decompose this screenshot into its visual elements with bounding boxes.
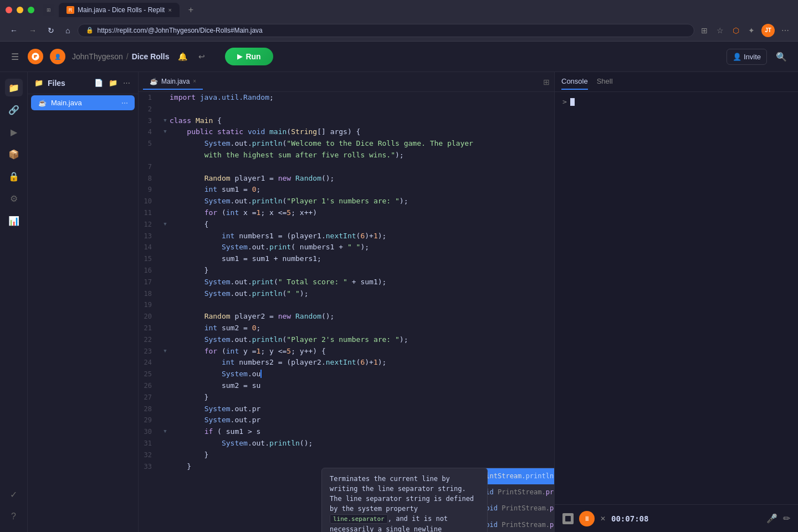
editor-layout-btn[interactable]: ⊞ — [543, 78, 550, 86]
sidebar-settings-icon[interactable]: ⚙ — [5, 190, 23, 207]
sidebar-help-icon[interactable]: ? — [5, 508, 23, 525]
microphone-btn[interactable]: 🎤 — [766, 513, 777, 524]
console-tabs: Console Shell — [555, 72, 798, 92]
replit-logo[interactable] — [28, 49, 43, 64]
browser-chrome: ⊞ R Main.java - Dice Rolls - Replit × + — [0, 0, 798, 19]
pause-button[interactable]: ⏸ — [579, 511, 595, 526]
code-line-3: 3 ▼ class Main { — [139, 115, 554, 127]
run-button[interactable]: ▶ Run — [225, 48, 273, 65]
code-line-28: 28 System.out.pr — [139, 403, 554, 415]
hamburger-btn[interactable]: ☰ — [9, 49, 21, 64]
code-line-2: 2 — [139, 104, 554, 115]
console-cursor — [570, 98, 575, 106]
tab-favicon: R — [66, 6, 74, 14]
browser-tab[interactable]: R Main.java - Dice Rolls - Replit × — [59, 3, 180, 17]
extensions-icon[interactable]: ⊞ — [699, 24, 710, 37]
code-line-15: 15 sum1 = sum1 + numbers1; — [139, 253, 554, 265]
address-bar[interactable]: 🔒 https://replit.com/@JohnThygeson/Dice-… — [78, 24, 694, 37]
file-panel: 📁 Files 📄 📁 ⋯ ☕ Main.java ⋯ — [28, 72, 139, 532]
editor-tab-main[interactable]: ☕ Main.java × — [143, 74, 203, 90]
sidebar-icons: 📁 🔗 ▶ 📦 🔒 ⚙ 📊 ✓ ? — [0, 72, 28, 532]
code-line-24: 24 int numbers2 = (player2.nextInt(6)+1)… — [139, 357, 554, 369]
stop-button[interactable] — [562, 513, 574, 524]
browser-navbar: ← → ↻ ⌂ 🔒 https://replit.com/@JohnThyges… — [0, 19, 798, 42]
code-line-4: 4 ▼ public static void main(String[] arg… — [139, 126, 554, 138]
replit-icon[interactable]: ⬡ — [730, 24, 741, 37]
code-editor[interactable]: 1 import java.util.Random; 2 3 ▼ class M… — [139, 92, 554, 532]
refresh-btn[interactable]: ↻ — [44, 24, 58, 37]
tab-close-btn[interactable]: × — [168, 7, 171, 13]
lock-icon: 🔒 — [86, 27, 94, 34]
editor-tabs: ☕ Main.java × ⊞ — [139, 72, 554, 92]
run-timer: 00:07:08 — [611, 514, 648, 523]
back-btn[interactable]: ← — [7, 24, 21, 37]
sidebar-secrets-icon[interactable]: 🔒 — [5, 167, 23, 185]
code-line-9: 9 int sum1 = 0; — [139, 184, 554, 196]
code-line-18: 18 System.out.println(" "); — [139, 288, 554, 300]
code-line-25: 25 System.ou — [139, 369, 554, 380]
user-avatar[interactable]: JT — [761, 24, 775, 37]
tab-close-icon[interactable]: × — [193, 78, 196, 84]
file-menu-btn[interactable]: ⋯ — [122, 78, 131, 88]
run-label: Run — [245, 52, 260, 61]
stop-icon — [565, 516, 571, 521]
breadcrumb-separator: / — [126, 52, 129, 61]
file-item-menu-btn[interactable]: ⋯ — [121, 99, 128, 107]
code-line-29: 29 System.out.pr — [139, 415, 554, 426]
notifications-btn[interactable]: 🔔 — [176, 50, 190, 63]
close-run-btn[interactable]: ✕ — [600, 515, 606, 523]
invite-button[interactable]: 👤 Invite — [727, 49, 767, 65]
forward-btn[interactable]: → — [25, 24, 40, 37]
code-line-11: 11 for (int x =1; x <=5; x++) — [139, 207, 554, 219]
new-file-btn[interactable]: 📄 — [93, 78, 104, 88]
star-icon[interactable]: ☆ — [714, 24, 726, 37]
edit-btn[interactable]: ✏ — [783, 513, 790, 524]
more-icon[interactable]: ⋯ — [779, 24, 791, 37]
code-line-32: 32 } — [139, 449, 554, 461]
sidebar-db-icon[interactable]: 📊 — [5, 212, 23, 229]
home-btn[interactable]: ⌂ — [62, 24, 73, 37]
console-body: > — [555, 92, 798, 504]
code-line-7: 7 — [139, 161, 554, 173]
code-line-19: 19 — [139, 299, 554, 311]
invite-icon: 👤 — [733, 53, 741, 61]
copilot-icon[interactable]: ✦ — [746, 24, 757, 37]
breadcrumb: JohnThygeson / Dice Rolls — [72, 52, 169, 61]
console-panel: Console Shell > ⏸ ✕ 00:07:08 🎤 ✏ — [554, 72, 798, 532]
sidebar-run-icon[interactable]: ▶ — [5, 123, 23, 141]
file-item-name: Main.java — [51, 99, 82, 107]
console-tab-console[interactable]: Console — [561, 74, 588, 90]
new-folder-btn[interactable]: 📁 — [108, 78, 119, 88]
file-panel-title: Files — [48, 79, 89, 88]
search-btn[interactable]: 🔍 — [774, 49, 789, 64]
tab-list-btn[interactable]: ⊞ — [43, 4, 54, 16]
sidebar-packages-icon[interactable]: 📦 — [5, 145, 23, 163]
history-btn[interactable]: ↩ — [196, 50, 207, 63]
java-file-icon: ☕ — [38, 99, 47, 107]
code-line-13: 13 int numbers1 = (player1.nextInt(6)+1)… — [139, 231, 554, 242]
console-tab-shell[interactable]: Shell — [597, 74, 613, 90]
breadcrumb-project[interactable]: Dice Rolls — [132, 52, 170, 61]
autocomplete-tooltip: Terminates the current line by writing t… — [321, 468, 488, 532]
code-line-23: 23 ▼ for (int y =1; y <=5; y++) { — [139, 346, 554, 357]
sidebar-git-icon[interactable]: 🔗 — [5, 101, 23, 119]
sidebar-files-icon[interactable]: 📁 — [5, 79, 23, 96]
invite-label: Invite — [744, 53, 761, 61]
editor-area: ☕ Main.java × ⊞ 1 import java.util.Rando… — [139, 72, 554, 532]
code-line-8: 8 Random player1 = new Random(); — [139, 173, 554, 185]
code-line-22: 22 System.out.println("Player 2's number… — [139, 334, 554, 346]
play-icon: ▶ — [237, 53, 242, 60]
code-line-16: 16 } — [139, 265, 554, 277]
new-tab-btn[interactable]: + — [184, 4, 198, 16]
user-icon[interactable]: 👤 — [50, 49, 65, 64]
breadcrumb-user[interactable]: JohnThygeson — [72, 52, 123, 61]
main-layout: 📁 🔗 ▶ 📦 🔒 ⚙ 📊 ✓ ? 📁 Files 📄 📁 ⋯ ☕ Main.j… — [0, 72, 798, 532]
tab-title: Main.java - Dice Rolls - Replit — [78, 6, 165, 14]
console-prompt: > — [562, 98, 790, 106]
file-item-main[interactable]: ☕ Main.java ⋯ — [31, 95, 135, 110]
code-line-12: 12 ▼ { — [139, 219, 554, 231]
code-line-17: 17 System.out.print(" Total score: " + s… — [139, 277, 554, 288]
sidebar-check-icon[interactable]: ✓ — [5, 485, 23, 503]
code-line-31: 31 System.out.println(); — [139, 438, 554, 449]
tooltip-code: line.separator — [330, 514, 388, 524]
